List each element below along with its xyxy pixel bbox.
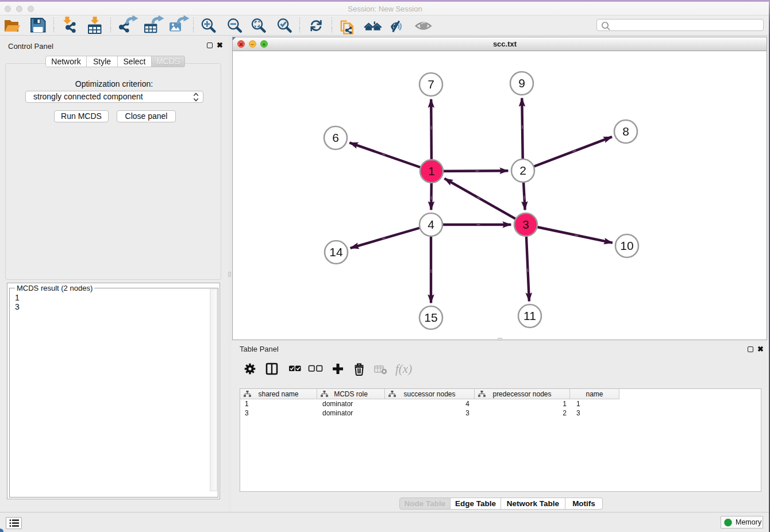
- svg-text:10: 10: [620, 239, 633, 252]
- svg-text:4: 4: [428, 218, 434, 231]
- svg-text:15: 15: [424, 311, 437, 324]
- svg-text:f(x): f(x): [395, 362, 412, 376]
- svg-text:3: 3: [522, 218, 529, 231]
- svg-text:8: 8: [622, 125, 629, 138]
- svg-text:11: 11: [523, 309, 536, 322]
- svg-text:2: 2: [519, 164, 526, 177]
- svg-text:1: 1: [428, 164, 435, 178]
- svg-text:7: 7: [428, 78, 434, 91]
- svg-text:14: 14: [329, 245, 343, 259]
- svg-text:9: 9: [518, 76, 525, 90]
- svg-text:6: 6: [332, 131, 339, 144]
